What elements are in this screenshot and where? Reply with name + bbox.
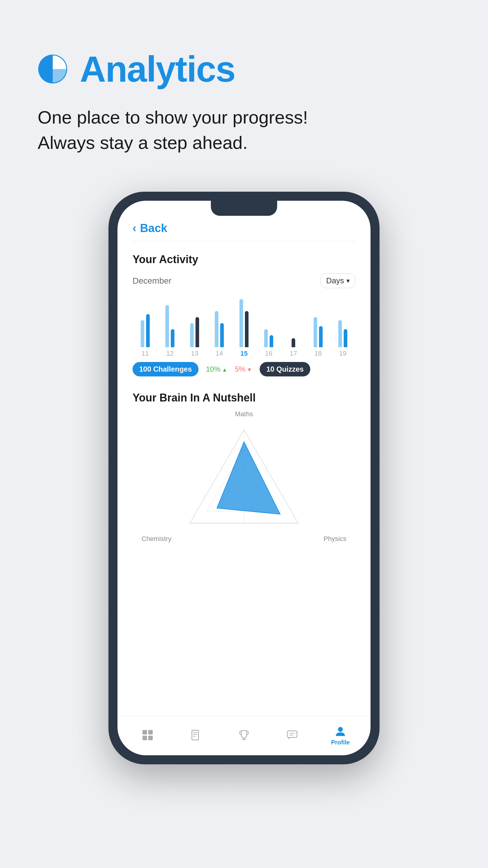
bar-label: 18 — [315, 350, 322, 358]
positive-change: 10% — [206, 365, 227, 373]
phone-mockup: ‹ Back Your Activity December Days ▾ — [0, 174, 488, 764]
radar-label-physics: Physics — [324, 535, 347, 543]
nutshell-section: Your Brain In A Nutshell Maths — [118, 385, 370, 552]
activity-title: Your Activity — [133, 253, 355, 266]
stats-row: 100 Challenges 10% 5% 10 Quizzes — [133, 362, 355, 376]
bar-group-11: 11 — [135, 296, 155, 358]
nav-item-messages[interactable] — [277, 730, 307, 743]
nutshell-title: Your Brain In A Nutshell — [133, 392, 355, 404]
bar — [220, 323, 224, 347]
bar-group-18: 18 — [308, 296, 328, 358]
bar-label: 14 — [216, 350, 223, 358]
bar — [165, 305, 169, 347]
bar-group-15: 15 — [234, 296, 254, 358]
bar-group-13: 13 — [185, 296, 204, 358]
radar-svg — [187, 421, 301, 535]
arrow-up-icon — [222, 365, 227, 373]
bar — [319, 326, 323, 347]
trophy-icon — [238, 730, 250, 741]
bar — [344, 329, 347, 347]
nav-label-profile: Profile — [331, 739, 350, 746]
bar-chart: 11 12 — [133, 297, 355, 358]
phone-screen: ‹ Back Your Activity December Days ▾ — [118, 201, 370, 755]
activity-header: December Days ▾ — [133, 273, 355, 288]
radar-label-maths: Maths — [235, 410, 253, 418]
svg-point-21 — [338, 727, 343, 732]
header-subtitle: One place to show your progress! Always … — [38, 105, 450, 156]
bar-group-12: 12 — [160, 296, 180, 358]
back-nav[interactable]: ‹ Back — [118, 219, 370, 241]
bar-group-17: 17 — [284, 296, 303, 358]
svg-rect-10 — [142, 736, 147, 740]
bar-group-19: 19 — [333, 296, 352, 358]
bar-label: 13 — [191, 350, 198, 358]
bar-label: 17 — [290, 350, 297, 358]
activity-section: Your Activity December Days ▾ — [118, 241, 370, 385]
nav-item-profile[interactable]: Profile — [325, 726, 355, 746]
radar-label-chemistry: Chemistry — [141, 535, 171, 543]
svg-rect-18 — [287, 731, 297, 738]
nav-item-lessons[interactable] — [181, 730, 211, 743]
book-icon — [190, 730, 201, 741]
radar-chart: Maths — [133, 410, 355, 546]
phone-notch — [211, 201, 277, 216]
bar-group-16: 16 — [259, 296, 278, 358]
bar-label: 11 — [141, 350, 149, 358]
bar — [195, 317, 199, 347]
back-label: Back — [140, 222, 167, 235]
challenges-pill: 100 Challenges — [133, 362, 198, 376]
person-icon — [335, 726, 346, 737]
bar — [171, 329, 174, 347]
page-title: Analytics — [80, 48, 235, 90]
days-dropdown[interactable]: Days ▾ — [321, 273, 355, 288]
bar — [215, 311, 218, 347]
bar — [146, 314, 150, 347]
svg-rect-11 — [148, 736, 153, 740]
chat-icon — [287, 730, 298, 741]
bar — [190, 323, 194, 347]
grid-icon — [142, 730, 153, 741]
chevron-down-icon: ▾ — [347, 277, 350, 285]
bar-label-active: 15 — [240, 350, 248, 358]
bar — [264, 329, 268, 347]
negative-change: 5% — [235, 365, 253, 373]
bar — [338, 320, 342, 347]
bar-label: 16 — [265, 350, 272, 358]
days-label: Days — [326, 276, 344, 285]
bar-group-14: 14 — [210, 296, 229, 358]
bar-label: 12 — [166, 350, 173, 358]
phone-frame: ‹ Back Your Activity December Days ▾ — [108, 192, 380, 764]
bottom-nav: Profile — [118, 716, 370, 755]
svg-rect-8 — [142, 730, 147, 735]
month-label: December — [133, 276, 171, 286]
nav-item-home[interactable] — [133, 730, 163, 743]
svg-rect-12 — [192, 730, 198, 740]
bar — [292, 338, 295, 347]
analytics-icon — [38, 54, 68, 84]
bar — [270, 335, 273, 347]
bar — [245, 311, 249, 347]
bar-label: 19 — [339, 350, 347, 358]
quizzes-pill: 10 Quizzes — [260, 362, 310, 376]
nav-item-achievements[interactable] — [229, 730, 259, 743]
page-header: Analytics One place to show your progres… — [0, 0, 488, 174]
bar — [141, 320, 144, 347]
svg-rect-9 — [148, 730, 153, 735]
arrow-down-icon — [247, 365, 252, 373]
bar — [239, 299, 243, 347]
bar — [314, 317, 317, 347]
back-chevron-icon: ‹ — [133, 222, 136, 235]
